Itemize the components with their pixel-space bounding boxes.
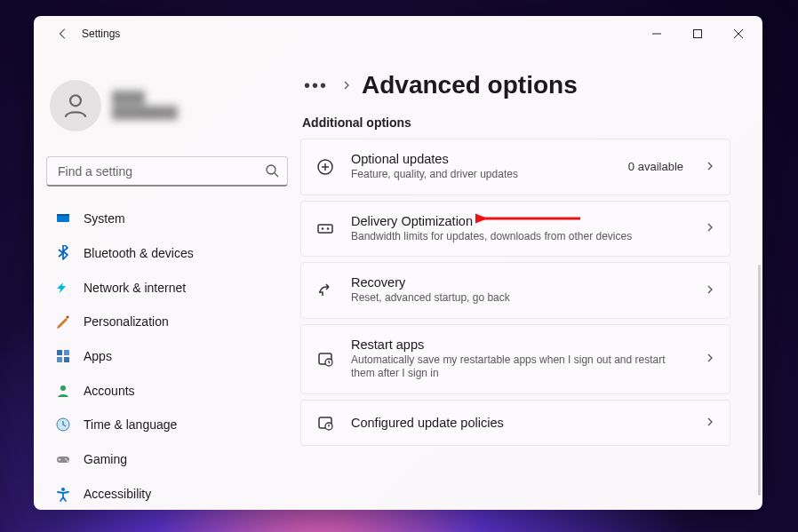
svg-line-4 xyxy=(275,173,278,177)
accessibility-icon xyxy=(55,486,71,502)
card-text: Delivery Optimization Bandwidth limits f… xyxy=(351,214,689,244)
svg-rect-20 xyxy=(318,225,332,233)
svg-point-16 xyxy=(65,458,67,460)
sidebar-item-label: Bluetooth & devices xyxy=(84,246,194,260)
card-subtitle: Automatically save my restartable apps w… xyxy=(351,353,689,381)
card-title: Restart apps xyxy=(351,337,689,352)
system-icon xyxy=(55,210,71,226)
search-wrap xyxy=(46,156,288,187)
maximize-icon xyxy=(693,29,702,38)
settings-window: Settings ████ ████████ xyxy=(34,16,762,510)
svg-point-3 xyxy=(267,165,275,174)
search-input[interactable] xyxy=(46,156,288,187)
recovery-icon xyxy=(315,281,335,300)
sidebar-item-label: Apps xyxy=(84,349,112,363)
section-heading: Additional options xyxy=(302,115,730,130)
card-subtitle: Reset, advanced startup, go back xyxy=(351,291,689,306)
policies-icon xyxy=(315,413,335,433)
back-button[interactable] xyxy=(50,20,76,47)
chevron-right-icon xyxy=(705,351,715,367)
card-title: Delivery Optimization xyxy=(351,214,689,228)
close-icon xyxy=(734,29,743,38)
svg-point-7 xyxy=(66,316,68,319)
sidebar-item-gaming[interactable]: Gaming xyxy=(46,443,288,476)
card-title: Recovery xyxy=(351,275,689,290)
breadcrumb-ellipsis[interactable]: ••• xyxy=(300,75,331,96)
svg-point-17 xyxy=(67,460,68,462)
svg-rect-9 xyxy=(64,350,69,355)
profile-email: ████████ xyxy=(112,106,178,121)
card-text: Restart apps Automatically save my resta… xyxy=(351,337,689,381)
brush-icon xyxy=(55,314,71,330)
search-icon xyxy=(265,163,279,181)
titlebar: Settings xyxy=(34,16,762,52)
chevron-right-icon xyxy=(705,220,715,236)
restart-icon xyxy=(315,349,335,369)
wifi-icon xyxy=(55,280,71,296)
sidebar-item-personalization[interactable]: Personalization xyxy=(46,306,288,338)
svg-point-22 xyxy=(327,228,329,230)
profile-block[interactable]: ████ ████████ xyxy=(46,71,288,147)
apps-icon xyxy=(55,348,71,364)
svg-rect-1 xyxy=(694,30,702,38)
sidebar-item-system[interactable]: System xyxy=(46,202,288,235)
minimize-icon xyxy=(652,29,661,38)
sidebar-item-accounts[interactable]: Accounts xyxy=(46,374,288,407)
delivery-icon xyxy=(315,218,335,238)
back-icon xyxy=(57,28,69,40)
card-configured-update-policies[interactable]: Configured update policies xyxy=(300,400,730,446)
gamepad-icon xyxy=(55,451,71,467)
minimize-button[interactable] xyxy=(636,20,677,47)
card-title: Configured update policies xyxy=(351,416,689,430)
card-optional-updates[interactable]: Optional updates Feature, quality, and d… xyxy=(300,139,730,195)
card-title: Optional updates xyxy=(351,152,612,166)
card-text: Recovery Reset, advanced startup, go bac… xyxy=(351,275,689,306)
card-subtitle: Bandwidth limits for updates, downloads … xyxy=(351,230,689,244)
sidebar-item-label: System xyxy=(84,211,125,226)
svg-rect-8 xyxy=(57,350,62,355)
window-title: Settings xyxy=(82,28,120,40)
svg-rect-6 xyxy=(57,214,69,216)
sidebar-item-label: Gaming xyxy=(84,452,127,466)
card-right-text: 0 available xyxy=(628,160,683,173)
sidebar-item-apps[interactable]: Apps xyxy=(46,340,288,373)
card-subtitle: Feature, quality, and driver updates xyxy=(351,168,612,182)
pluscircle-icon xyxy=(315,157,335,177)
close-button[interactable] xyxy=(718,20,759,47)
scrollbar[interactable] xyxy=(758,265,761,496)
svg-rect-10 xyxy=(57,357,62,362)
person-icon xyxy=(55,383,71,399)
svg-point-2 xyxy=(70,95,81,106)
chevron-right-icon xyxy=(705,282,715,298)
window-controls xyxy=(636,20,759,47)
card-restart-apps[interactable]: Restart apps Automatically save my resta… xyxy=(300,324,730,394)
card-text: Configured update policies xyxy=(351,416,689,430)
sidebar-item-label: Personalization xyxy=(84,314,169,329)
sidebar-item-network-internet[interactable]: Network & internet xyxy=(46,271,288,304)
svg-point-18 xyxy=(61,488,65,491)
sidebar: ████ ████████ SystemBluetooth & devicesN… xyxy=(34,52,300,510)
breadcrumb: ••• Advanced options xyxy=(300,71,730,99)
maximize-button[interactable] xyxy=(677,20,718,47)
card-recovery[interactable]: Recovery Reset, advanced startup, go bac… xyxy=(300,262,730,319)
person-icon xyxy=(60,91,91,121)
bluetooth-icon xyxy=(55,245,71,261)
main-content: ••• Advanced options Additional options … xyxy=(300,52,762,510)
card-delivery-optimization[interactable]: Delivery Optimization Bandwidth limits f… xyxy=(300,201,730,258)
sidebar-item-bluetooth-devices[interactable]: Bluetooth & devices xyxy=(46,237,288,270)
sidebar-item-label: Accessibility xyxy=(84,487,151,501)
card-list: Optional updates Feature, quality, and d… xyxy=(300,139,730,464)
nav-list: SystemBluetooth & devicesNetwork & inter… xyxy=(46,202,288,510)
card-text: Optional updates Feature, quality, and d… xyxy=(351,152,612,182)
sidebar-item-label: Time & language xyxy=(84,417,177,432)
svg-point-21 xyxy=(322,228,323,230)
sidebar-item-time-language[interactable]: Time & language xyxy=(46,409,288,441)
sidebar-item-label: Network & internet xyxy=(84,281,186,295)
sidebar-item-accessibility[interactable]: Accessibility xyxy=(46,477,288,510)
chevron-right-icon xyxy=(705,159,715,175)
profile-text: ████ ████████ xyxy=(112,91,178,121)
chevron-right-icon xyxy=(342,81,351,90)
profile-name: ████ xyxy=(112,91,178,106)
clock-icon xyxy=(55,417,71,433)
svg-rect-11 xyxy=(64,357,69,362)
